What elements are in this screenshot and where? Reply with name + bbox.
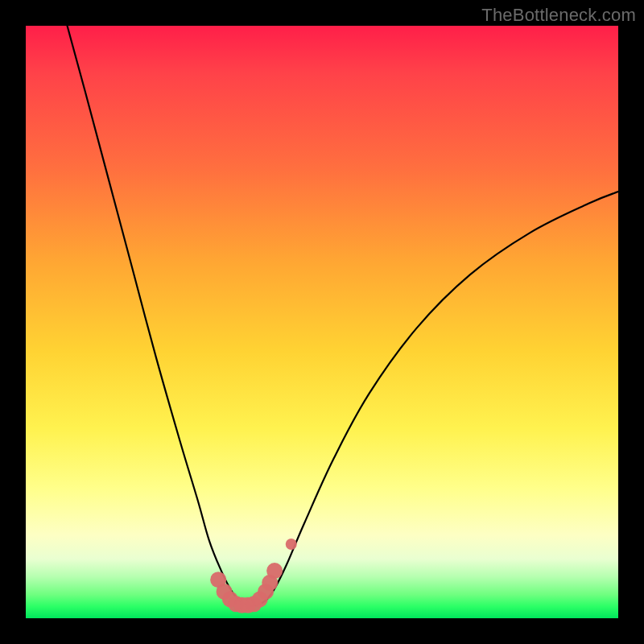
highlight-pink-detached-dot: [286, 539, 297, 550]
watermark-text: TheBottleneck.com: [481, 5, 636, 26]
markers-layer: [210, 539, 297, 613]
curve-layer: [68, 26, 618, 606]
bottleneck-curve: [68, 26, 618, 606]
highlight-pink-dot: [266, 563, 283, 579]
chart-svg: [26, 26, 618, 618]
chart-frame: TheBottleneck.com: [0, 0, 644, 644]
plot-area: [26, 26, 618, 618]
